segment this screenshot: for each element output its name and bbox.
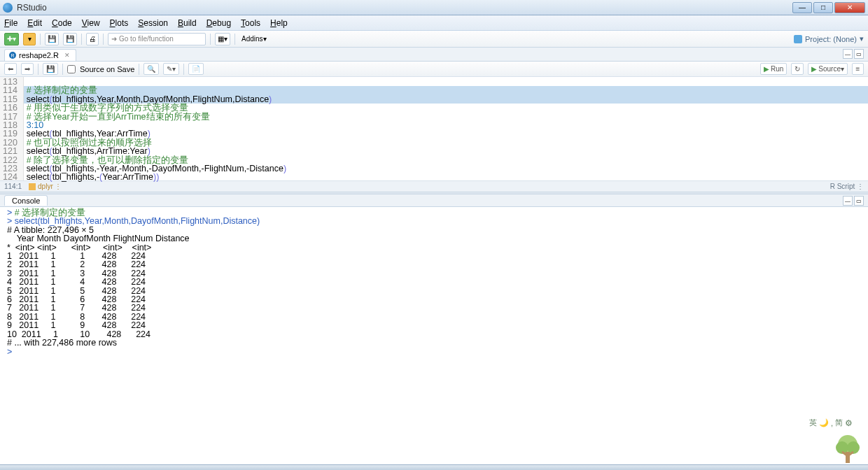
- menu-debug[interactable]: Debug: [206, 18, 231, 28]
- tree-icon: [833, 432, 862, 466]
- menu-session[interactable]: Session: [138, 18, 168, 28]
- scope-icon: [29, 183, 36, 190]
- new-file-button[interactable]: ✚▾: [4, 33, 19, 45]
- console[interactable]: > # 选择制定的变量> select(tbl_hflights,Year,Mo…: [0, 207, 868, 469]
- app-title: RStudio: [17, 3, 47, 13]
- menu-tools[interactable]: Tools: [241, 18, 260, 28]
- editor-toolbar: ⬅ ➡ 💾 Source on Save 🔍 ✎▾ 📄 ▶Run ↻ ▶Sour…: [0, 62, 868, 77]
- separator: [38, 64, 38, 75]
- menu-view[interactable]: View: [82, 18, 100, 28]
- r-file-icon: R: [9, 52, 16, 59]
- separator: [210, 34, 211, 45]
- chevron-down-icon: ▾: [860, 34, 864, 43]
- menu-help[interactable]: Help: [270, 18, 288, 28]
- forward-button[interactable]: ➡: [21, 63, 34, 75]
- separator: [81, 34, 82, 45]
- pane-controls: — ▭: [843, 49, 864, 59]
- source-arrow-icon: ▶: [811, 65, 817, 73]
- save-all-button[interactable]: 💾: [63, 33, 77, 45]
- separator: [103, 34, 104, 45]
- overlay-decoration: [833, 432, 862, 466]
- file-type-label[interactable]: R Script ⋮: [830, 183, 864, 190]
- menu-file[interactable]: File: [4, 18, 18, 28]
- project-icon: [794, 35, 802, 43]
- goto-file-input[interactable]: ➜ Go to file/function: [108, 33, 206, 45]
- menu-plots[interactable]: Plots: [110, 18, 129, 28]
- titlebar: RStudio — □ ✕: [0, 0, 868, 15]
- gear-icon: ⚙: [845, 418, 853, 428]
- console-tab-label[interactable]: Console: [4, 195, 48, 206]
- minimize-pane-button[interactable]: —: [843, 49, 853, 59]
- close-button[interactable]: ✕: [834, 2, 865, 13]
- run-arrow-icon: ▶: [764, 65, 769, 73]
- menu-build[interactable]: Build: [178, 18, 197, 28]
- find-button[interactable]: 🔍: [144, 63, 159, 75]
- maximize-pane-button[interactable]: ▭: [854, 196, 864, 206]
- editor-tabs: R reshape2.R ✕ — ▭: [0, 48, 868, 62]
- run-button[interactable]: ▶Run: [760, 63, 787, 75]
- source-on-save-checkbox[interactable]: [67, 65, 76, 73]
- window-controls: — □ ✕: [792, 2, 865, 13]
- scope-indicator[interactable]: dplyr ⋮: [29, 183, 62, 190]
- rerun-button[interactable]: ↻: [791, 63, 804, 75]
- outline-button[interactable]: ≡: [852, 63, 864, 75]
- rstudio-logo-icon: [3, 3, 13, 13]
- editor-gutter: 113114115116117118119120121122123124: [0, 77, 24, 180]
- separator: [183, 64, 184, 75]
- grid-button[interactable]: ▦▾: [215, 33, 230, 45]
- save-button[interactable]: 💾: [45, 33, 59, 45]
- tab-label: reshape2.R: [19, 51, 59, 59]
- maximize-button[interactable]: □: [813, 2, 833, 13]
- cursor-position: 114:1: [4, 183, 22, 190]
- print-button[interactable]: 🖨: [86, 33, 99, 45]
- compile-button[interactable]: 📄: [188, 63, 204, 75]
- code-editor[interactable]: 113114115116117118119120121122123124 # 选…: [0, 77, 868, 180]
- menubar: File Edit Code View Plots Session Build …: [0, 15, 868, 31]
- pane-controls: — ▭: [843, 196, 864, 206]
- open-file-button[interactable]: ▾: [23, 33, 36, 45]
- separator: [62, 64, 63, 75]
- ime-indicator[interactable]: 英 🌙 , 简 ⚙: [809, 418, 853, 428]
- minimize-pane-button[interactable]: —: [843, 196, 853, 206]
- source-on-save-label: Source on Save: [80, 65, 134, 73]
- main-toolbar: ✚▾ ▾ 💾 💾 🖨 ➜ Go to file/function ▦▾ Addi…: [0, 31, 868, 48]
- project-label: Project: (None): [805, 35, 857, 43]
- tab-reshape2[interactable]: R reshape2.R ✕: [4, 49, 76, 61]
- project-menu[interactable]: Project: (None) ▾: [794, 34, 864, 43]
- moon-icon: 🌙: [819, 418, 829, 427]
- maximize-pane-button[interactable]: ▭: [854, 49, 864, 59]
- separator: [40, 34, 41, 45]
- svg-rect-3: [846, 452, 850, 463]
- back-button[interactable]: ⬅: [4, 63, 17, 75]
- source-button[interactable]: ▶Source ▾: [808, 63, 848, 75]
- wand-button[interactable]: ✎▾: [163, 63, 179, 75]
- menu-code[interactable]: Code: [52, 18, 72, 28]
- taskbar[interactable]: [0, 464, 868, 470]
- minimize-button[interactable]: —: [792, 2, 812, 13]
- editor-code[interactable]: # 选择制定的变量select(tbl_hflights,Year,Month,…: [24, 77, 868, 180]
- search-icon: ➜: [111, 35, 117, 43]
- separator: [139, 64, 139, 75]
- separator: [234, 34, 235, 45]
- console-tabs: Console — ▭: [0, 194, 868, 207]
- menu-edit[interactable]: Edit: [27, 18, 42, 28]
- tab-close-icon[interactable]: ✕: [64, 52, 70, 59]
- save-button[interactable]: 💾: [43, 63, 58, 75]
- addins-button[interactable]: Addins ▾: [239, 33, 269, 45]
